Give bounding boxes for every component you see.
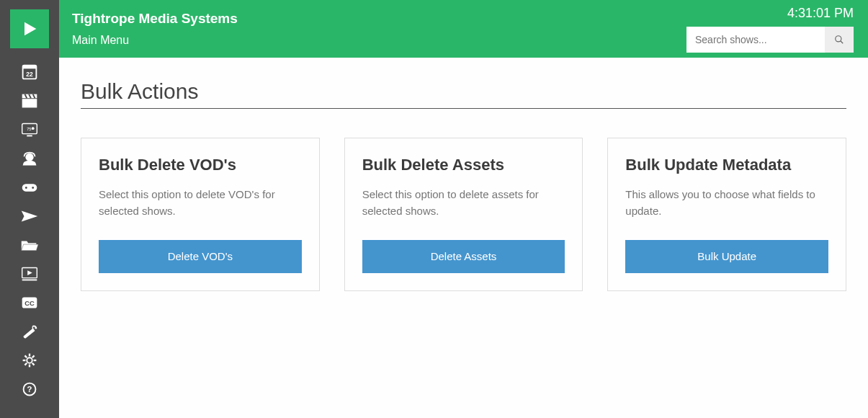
- svg-line-29: [32, 363, 35, 365]
- svg-marker-0: [24, 22, 36, 36]
- sidebar-item-gear[interactable]: [0, 346, 59, 375]
- sidebar-item-clapper[interactable]: [0, 86, 59, 115]
- page-title: Bulk Actions: [81, 79, 846, 109]
- search-icon: [834, 35, 844, 45]
- main-area: Tightrope Media Systems Main Menu 4:31:0…: [59, 0, 868, 418]
- sidebar-item-send[interactable]: [0, 202, 59, 231]
- search-group: [686, 27, 854, 53]
- send-icon: [19, 208, 40, 225]
- card-desc: This allows you to choose what fields to…: [625, 186, 828, 220]
- sidebar-item-gamepad[interactable]: [0, 173, 59, 202]
- svg-line-35: [841, 40, 844, 43]
- clock: 4:31:01 PM: [787, 6, 854, 21]
- calendar-icon: 22: [19, 63, 40, 81]
- sidebar-item-cc[interactable]: CC: [0, 288, 59, 317]
- gamepad-icon: [19, 179, 40, 196]
- sidebar-item-monitor-play[interactable]: [0, 259, 59, 288]
- svg-point-15: [25, 187, 27, 189]
- gear-icon: [19, 352, 40, 369]
- search-button[interactable]: [825, 27, 854, 53]
- svg-point-16: [32, 187, 34, 189]
- svg-rect-2: [23, 66, 37, 69]
- svg-rect-12: [27, 135, 32, 137]
- tv-icon: 75: [19, 121, 40, 138]
- svg-marker-19: [27, 270, 32, 275]
- bulk-update-button[interactable]: Bulk Update: [625, 240, 828, 273]
- svg-line-31: [24, 363, 27, 365]
- play-triangle-icon: [19, 19, 40, 39]
- delete-vods-button[interactable]: Delete VOD's: [99, 240, 302, 273]
- svg-point-13: [25, 154, 33, 161]
- card-desc: Select this option to delete assets for …: [362, 186, 565, 220]
- card-delete-vods: Bulk Delete VOD's Select this option to …: [81, 138, 320, 291]
- monitor-play-icon: [19, 265, 40, 283]
- card-desc: Select this option to delete VOD's for s…: [99, 186, 302, 220]
- sidebar-item-headset[interactable]: [0, 144, 59, 173]
- svg-point-11: [32, 127, 35, 130]
- main-menu-label[interactable]: Main Menu: [72, 34, 238, 47]
- headset-icon: [19, 150, 40, 167]
- topbar: Tightrope Media Systems Main Menu 4:31:0…: [59, 0, 868, 58]
- folder-open-icon: [19, 236, 40, 254]
- card-delete-assets: Bulk Delete Assets Select this option to…: [344, 138, 583, 291]
- svg-line-30: [32, 355, 35, 357]
- sidebar-item-tv[interactable]: 75: [0, 115, 59, 144]
- card-title: Bulk Delete Assets: [362, 156, 565, 174]
- svg-rect-4: [22, 99, 37, 107]
- help-icon: ?: [19, 381, 40, 398]
- search-input[interactable]: [686, 27, 825, 53]
- sidebar-item-wrench[interactable]: [0, 317, 59, 346]
- card-bulk-update: Bulk Update Metadata This allows you to …: [607, 138, 846, 291]
- wrench-icon: [19, 323, 40, 340]
- clapper-icon: [19, 92, 40, 110]
- svg-line-28: [24, 355, 27, 357]
- svg-rect-14: [22, 184, 37, 191]
- org-name: Tightrope Media Systems: [72, 11, 238, 27]
- svg-text:CC: CC: [24, 300, 35, 307]
- cards-row: Bulk Delete VOD's Select this option to …: [81, 138, 846, 291]
- svg-rect-20: [22, 280, 37, 281]
- sidebar-item-help[interactable]: ?: [0, 375, 59, 404]
- sidebar: 22 75 CC ?: [0, 0, 59, 418]
- sidebar-item-folder[interactable]: [0, 231, 59, 259]
- card-title: Bulk Update Metadata: [625, 156, 828, 174]
- svg-text:75: 75: [27, 127, 31, 131]
- svg-marker-17: [22, 211, 38, 222]
- app-logo[interactable]: [10, 9, 49, 48]
- svg-text:?: ?: [27, 385, 32, 393]
- cc-icon: CC: [19, 294, 40, 311]
- card-title: Bulk Delete VOD's: [99, 156, 302, 174]
- svg-text:22: 22: [26, 71, 33, 78]
- svg-point-23: [27, 357, 32, 363]
- svg-point-34: [836, 35, 841, 41]
- sidebar-item-calendar[interactable]: 22: [0, 58, 59, 86]
- delete-assets-button[interactable]: Delete Assets: [362, 240, 565, 273]
- content: Bulk Actions Bulk Delete VOD's Select th…: [59, 58, 868, 418]
